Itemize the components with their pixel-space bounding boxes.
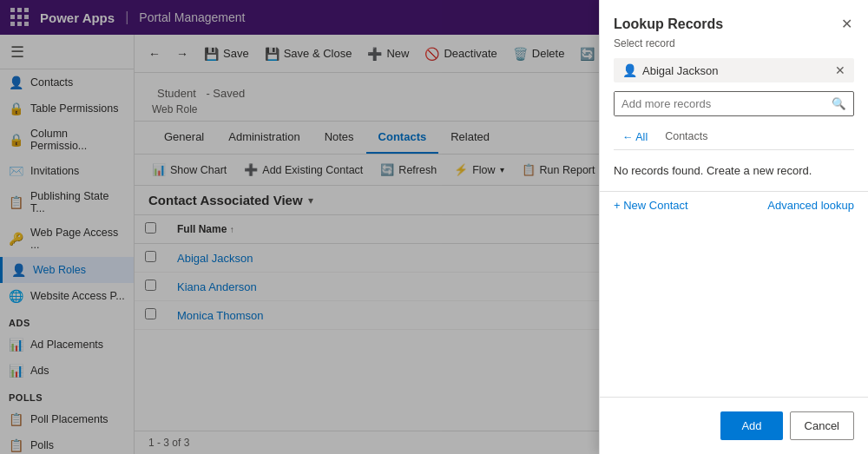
lookup-tab-all[interactable]: ← All (614, 125, 656, 149)
lookup-selected-icon: 👤 (622, 63, 637, 77)
advanced-lookup-button[interactable]: Advanced lookup (767, 199, 854, 212)
lookup-selected-name: Abigal Jackson (642, 64, 830, 77)
lookup-close-button[interactable]: ✕ (839, 14, 854, 34)
lookup-panel: Lookup Records ✕ Select record 👤 Abigal … (599, 0, 868, 454)
cancel-button[interactable]: Cancel (790, 411, 854, 440)
lookup-no-records: No records found. Create a new record. (600, 150, 868, 191)
lookup-search-row: 🔍 (614, 91, 854, 116)
lookup-selected-row: 👤 Abigal Jackson ✕ (614, 58, 854, 82)
lookup-selected-remove-button[interactable]: ✕ (835, 63, 845, 77)
lookup-search-input[interactable] (615, 92, 825, 115)
lookup-header: Lookup Records ✕ (600, 0, 868, 37)
lookup-footer: Add Cancel (600, 397, 868, 454)
add-button[interactable]: Add (720, 411, 782, 440)
lookup-tab-contacts[interactable]: Contacts (656, 125, 716, 149)
lookup-search-button[interactable]: 🔍 (825, 92, 853, 115)
new-contact-button[interactable]: + New Contact (614, 199, 688, 212)
lookup-title: Lookup Records (614, 16, 723, 32)
lookup-subtitle: Select record (600, 37, 868, 58)
lookup-tabs-row: ← All Contacts (614, 125, 854, 150)
lookup-action-row: + New Contact Advanced lookup (600, 191, 868, 219)
